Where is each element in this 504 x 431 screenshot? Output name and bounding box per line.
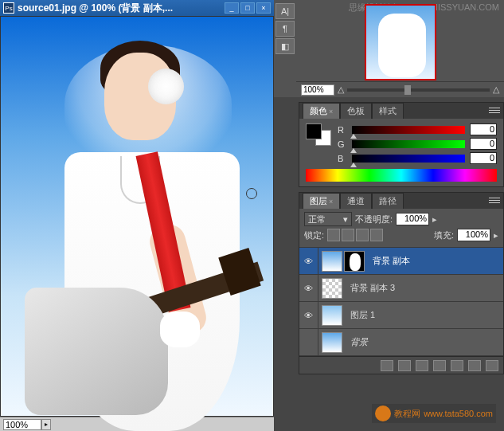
ps-icon: Ps	[3, 2, 14, 14]
layer-thumbnail[interactable]	[322, 278, 342, 299]
tab-paths[interactable]: 路径	[372, 193, 404, 209]
flower-accessory	[148, 69, 184, 104]
visibility-toggle-icon[interactable]: 👁	[299, 302, 318, 328]
tab-color[interactable]: 颜色×	[303, 103, 340, 119]
document-title: source01.jpg @ 100% (背景 副本,...	[18, 2, 223, 15]
lock-image-icon[interactable]	[342, 229, 354, 241]
layer-name[interactable]: 背景 副本 3	[346, 282, 395, 294]
layer-row[interactable]: 背景	[299, 329, 503, 356]
mask-icon[interactable]	[416, 360, 428, 371]
r-value-input[interactable]: 0	[470, 123, 497, 135]
lock-label: 锁定:	[304, 229, 324, 241]
lock-transparent-icon[interactable]	[327, 229, 340, 241]
navigator-zoom-input[interactable]: 100%	[301, 84, 334, 96]
watermark-text2: www.tata580.com	[424, 409, 493, 418]
group-icon[interactable]	[451, 360, 463, 371]
visibility-toggle-icon[interactable]	[299, 329, 318, 355]
layer-thumbnail[interactable]	[322, 251, 342, 272]
visibility-toggle-icon[interactable]: 👁	[299, 275, 318, 301]
layer-mask-thumbnail[interactable]	[344, 251, 365, 272]
navigator-zoom-row: 100% △ △	[296, 81, 504, 97]
r-slider[interactable]	[352, 126, 465, 134]
close-button[interactable]: ×	[256, 2, 271, 14]
tab-swatches[interactable]: 色板	[340, 103, 372, 119]
bottom-watermark: 教程网 www.tata580.com	[372, 404, 496, 423]
panel-menu-icon[interactable]	[489, 195, 500, 205]
b-value-input[interactable]: 0	[470, 152, 497, 164]
tab-close-icon[interactable]: ×	[329, 198, 333, 206]
lock-icons	[327, 229, 383, 241]
fill-input[interactable]: 100%	[457, 229, 490, 241]
r-row: R 0	[338, 123, 497, 135]
slider-handle[interactable]	[404, 85, 411, 95]
image-subject	[17, 33, 256, 423]
tab-layers[interactable]: 图层×	[303, 193, 340, 209]
chevron-right-icon[interactable]: ▸	[432, 214, 437, 225]
g-value-input[interactable]: 0	[470, 138, 497, 150]
right-panels: 颜色× 色板 样式 R 0 G 0	[299, 102, 504, 374]
tab-channels[interactable]: 通道	[340, 193, 372, 209]
guitar-body	[25, 288, 168, 415]
tool-icon[interactable]: ◧	[275, 38, 295, 54]
layer-row[interactable]: 👁 背景 副本	[299, 248, 503, 275]
vertical-tool-strip: A| ¶ ◧	[274, 0, 296, 97]
panel-menu-icon[interactable]	[489, 105, 500, 115]
layer-options: 正常▾ 不透明度: 100% ▸ 锁定: 填充: 100% ▸	[299, 209, 503, 248]
b-slider[interactable]	[352, 155, 465, 163]
tab-close-icon[interactable]: ×	[329, 108, 333, 116]
layer-list: 👁 背景 副本 👁 背景 副本 3 👁 图层 1 背景	[299, 248, 503, 356]
b-row: B 0	[338, 152, 497, 164]
foreground-swatch[interactable]	[306, 123, 322, 139]
r-label: R	[338, 125, 347, 135]
color-panel-tabs: 颜色× 色板 样式	[299, 103, 503, 119]
fx-icon[interactable]	[398, 360, 411, 371]
opacity-label: 不透明度:	[355, 214, 393, 225]
glove-shape	[160, 311, 200, 347]
blend-mode-select[interactable]: 正常▾	[304, 212, 352, 226]
layer-row[interactable]: 👁 图层 1	[299, 302, 503, 329]
guitar-shape	[25, 256, 248, 415]
layer-name[interactable]: 图层 1	[346, 309, 375, 321]
visibility-toggle-icon[interactable]: 👁	[299, 248, 318, 274]
opacity-input[interactable]: 100%	[396, 213, 429, 225]
color-panel: 颜色× 色板 样式 R 0 G 0	[299, 102, 504, 187]
color-panel-body: R 0 G 0 B 0	[299, 119, 503, 186]
zoom-out-icon[interactable]: △	[338, 84, 344, 95]
lock-position-icon[interactable]	[356, 229, 369, 241]
lock-all-icon[interactable]	[370, 229, 383, 241]
color-spectrum[interactable]	[306, 169, 497, 182]
canvas[interactable]	[0, 16, 274, 417]
text-tool-icon[interactable]: A|	[275, 3, 295, 19]
layer-thumbnail[interactable]	[322, 332, 342, 353]
layers-panel-tabs: 图层× 通道 路径	[299, 193, 503, 209]
delete-layer-icon[interactable]	[486, 360, 498, 371]
window-titlebar[interactable]: Ps source01.jpg @ 100% (背景 副本,... _ □ ×	[0, 0, 274, 16]
maximize-button[interactable]: □	[240, 2, 255, 14]
fill-label: 填充:	[434, 229, 454, 241]
chevron-right-icon[interactable]: ▸	[494, 230, 498, 241]
chevron-down-icon: ▾	[343, 214, 348, 225]
layer-thumbnail[interactable]	[322, 305, 342, 326]
new-layer-icon[interactable]	[468, 360, 481, 371]
watermark-logo-icon	[375, 406, 391, 421]
fg-bg-swatches[interactable]	[306, 123, 331, 146]
link-layers-icon[interactable]	[381, 360, 393, 371]
layer-panel-footer	[299, 356, 503, 374]
g-slider[interactable]	[352, 140, 465, 148]
watermark-text1: 教程网	[394, 408, 420, 420]
top-panel-strip: A| ¶ ◧ 思缘设计论坛 WWW.MISSYUAN.COM 100% △ △	[274, 0, 504, 97]
adjustment-icon[interactable]	[433, 360, 446, 371]
layers-panel: 图层× 通道 路径 正常▾ 不透明度: 100% ▸ 锁定:	[299, 192, 504, 374]
navigator-zoom-slider[interactable]	[347, 88, 490, 92]
minimize-button[interactable]: _	[225, 2, 239, 14]
zoom-in-icon[interactable]: △	[493, 84, 499, 95]
layer-name[interactable]: 背景	[346, 336, 368, 348]
navigator-panel: 思缘设计论坛 WWW.MISSYUAN.COM 100% △ △	[296, 0, 504, 97]
paragraph-tool-icon[interactable]: ¶	[275, 21, 295, 37]
layer-name[interactable]: 背景 副本	[368, 255, 410, 267]
b-label: B	[338, 154, 347, 163]
layer-row[interactable]: 👁 背景 副本 3	[299, 275, 503, 302]
navigator-thumbnail[interactable]	[365, 4, 436, 80]
brush-cursor-icon	[246, 188, 257, 199]
tab-styles[interactable]: 样式	[372, 103, 404, 119]
